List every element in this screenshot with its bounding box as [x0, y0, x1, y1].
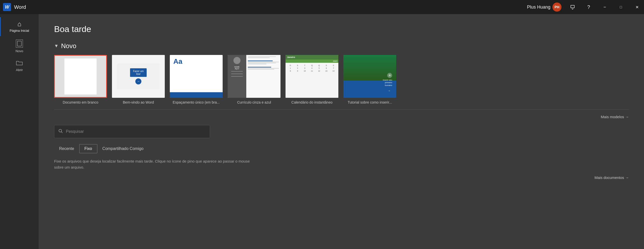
blank-doc-preview [64, 58, 97, 95]
calendar-year: ANO [286, 59, 338, 63]
help-button[interactable]: ? [582, 0, 596, 14]
open-icon [16, 60, 23, 67]
close-button[interactable]: ✕ [630, 0, 644, 14]
tutorial-content: ⊕ Inserir seuprimeiroSumário → [345, 57, 394, 96]
template-thumb-welcome: Fazer umtour → [112, 55, 165, 98]
sidebar: ⌂ Página Inicial Novo Abrir [0, 14, 39, 249]
feedback-button[interactable] [566, 0, 580, 14]
sidebar-label-new: Novo [16, 49, 23, 53]
svg-line-2 [61, 132, 63, 133]
resume-avatar-icon [233, 57, 240, 64]
template-label-calendar: Calendário do instantâneo [291, 100, 332, 104]
resume-line-3 [231, 76, 243, 77]
tutorial-text: Inserir seuprimeiroSumário [383, 79, 392, 87]
tabs-container: Recente Fixo Compartilhado Comigo [54, 144, 629, 153]
minimize-icon: − [603, 5, 606, 10]
avatar[interactable]: PH [552, 3, 561, 12]
more-templates-link[interactable]: Mais modelos → [601, 115, 629, 119]
resume-main-line-2 [248, 57, 270, 58]
template-thumb-blank [54, 55, 107, 98]
search-input[interactable] [66, 129, 206, 134]
cal-day-0: D [287, 64, 294, 67]
cal-cell-6: 6 [323, 67, 330, 69]
template-label-blank: Documento em branco [63, 100, 98, 104]
cal-cell-12: 12 [316, 70, 323, 72]
new-section-title: Novo [61, 42, 76, 50]
cal-day-5: S [323, 64, 330, 67]
cal-day-4: Q [316, 64, 323, 67]
sidebar-item-new[interactable]: Novo [0, 36, 39, 56]
resume-preview: NOMEAQUI [228, 55, 280, 98]
new-icon [16, 40, 23, 48]
tab-shared[interactable]: Compartilhado Comigo [97, 144, 149, 153]
cal-cell-5: 5 [316, 67, 323, 69]
template-label-resume: Currículo cinza e azul [237, 100, 271, 104]
search-icon [58, 129, 63, 135]
cal-cell-2: 2 [294, 67, 301, 69]
feedback-icon [570, 5, 575, 10]
resume-main-line-8 [248, 68, 279, 69]
cal-cell-9: 9 [294, 70, 301, 72]
template-calendar[interactable]: Janeiro ANO D S T Q Q S S 1 2 3 [286, 55, 338, 104]
cal-cell-3: 3 [301, 67, 308, 69]
maximize-button[interactable]: □ [614, 0, 628, 14]
sidebar-item-open[interactable]: Abrir [0, 56, 39, 75]
calendar-header: Janeiro [286, 55, 338, 59]
resume-main-line-6 [248, 64, 267, 64]
more-docs-container: Mais documentos → [54, 175, 629, 180]
user-info[interactable]: Plus Huang PH [527, 3, 561, 12]
template-tutorial[interactable]: ⊕ Inserir seuprimeiroSumário → Tutorial … [343, 55, 396, 104]
template-welcome[interactable]: Fazer umtour → Bem-vindo ao Word [112, 55, 165, 104]
svg-rect-0 [17, 41, 21, 46]
template-thumb-resume: NOMEAQUI [228, 55, 280, 98]
minimize-button[interactable]: − [598, 0, 612, 14]
tab-fixed[interactable]: Fixo [79, 144, 97, 153]
resume-main-line-9 [248, 69, 274, 70]
resume-line-2 [231, 74, 243, 74]
main-layout: ⌂ Página Inicial Novo Abrir Boa tarde ▼ … [0, 14, 644, 249]
template-thumb-calendar: Janeiro ANO D S T Q Q S S 1 2 3 [286, 55, 338, 98]
titlebar: W Word Plus Huang PH ? − □ ✕ [0, 0, 644, 14]
template-label-tutorial: Tutorial sobre como inserir... [348, 100, 392, 104]
resume-sidebar-preview: NOMEAQUI [228, 55, 246, 98]
cal-cell-14: 14 [330, 70, 337, 72]
cal-cell-4: 4 [309, 67, 315, 69]
cal-cell-13: 13 [323, 70, 330, 72]
welcome-arrow-icon: → [135, 78, 141, 84]
cal-day-1: S [294, 64, 301, 67]
resume-name: NOMEAQUI [234, 66, 239, 70]
tutorial-insert-icon: ⊕ [387, 73, 392, 78]
maximize-icon: □ [620, 5, 622, 9]
titlebar-left: W Word [3, 3, 26, 11]
new-section-header: ▼ Novo [54, 42, 629, 50]
welcome-preview: Fazer umtour → [112, 55, 165, 98]
resume-main-line-5 [248, 63, 276, 63]
user-name: Plus Huang [527, 5, 550, 10]
greeting-text: Boa tarde [54, 24, 629, 34]
resume-main-line-3 [248, 60, 273, 61]
more-docs-label: Mais documentos → [594, 175, 629, 180]
sidebar-label-home: Página Inicial [10, 29, 29, 33]
content-area: Boa tarde ▼ Novo Documento em branco [39, 14, 644, 249]
help-icon: ? [587, 4, 590, 10]
section-collapse-button[interactable]: ▼ [54, 43, 59, 49]
cal-day-2: T [301, 64, 308, 67]
more-docs-link[interactable]: Mais documentos → [594, 175, 629, 180]
tab-recent[interactable]: Recente [54, 144, 79, 153]
divider-1 [54, 109, 629, 110]
more-templates-container: Mais modelos → [54, 115, 629, 119]
template-single[interactable]: Aa Espaçamento único (em bra... [170, 55, 223, 104]
home-icon: ⌂ [17, 21, 21, 27]
cal-cell-8: 8 [287, 70, 294, 72]
resume-main-line-4 [248, 62, 279, 62]
resume-main-line-7 [248, 67, 271, 68]
template-blank[interactable]: Documento em branco [54, 55, 107, 104]
sidebar-label-open: Abrir [16, 68, 23, 72]
template-thumb-single: Aa [170, 55, 223, 98]
resume-main-preview [246, 55, 281, 98]
app-name: Word [14, 4, 26, 10]
fix-message: Fixe os arquivos que deseja localizar fa… [54, 158, 250, 170]
sidebar-item-home[interactable]: ⌂ Página Inicial [0, 17, 39, 36]
template-resume[interactable]: NOMEAQUI [228, 55, 280, 104]
collapse-icon: ▼ [54, 43, 59, 48]
